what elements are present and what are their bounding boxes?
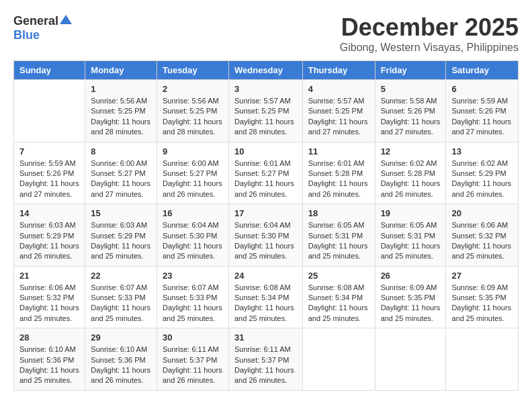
weekday-header-monday: Monday: [85, 61, 157, 80]
title-section: December 2025 Gibong, Western Visayas, P…: [340, 13, 519, 54]
day-number: 25: [308, 271, 369, 281]
day-number: 19: [381, 208, 441, 218]
weekday-header-thursday: Thursday: [302, 61, 375, 80]
calendar-cell: 22Sunrise: 6:07 AM Sunset: 5:33 PM Dayli…: [85, 266, 157, 328]
calendar-cell: [446, 328, 519, 391]
weekday-header-sunday: Sunday: [14, 61, 85, 80]
day-number: 17: [234, 208, 297, 218]
day-info: Sunrise: 5:56 AM Sunset: 5:25 PM Dayligh…: [163, 96, 223, 138]
day-number: 14: [19, 208, 79, 218]
calendar-cell: [375, 328, 446, 391]
calendar-week-row: 1Sunrise: 5:56 AM Sunset: 5:25 PM Daylig…: [14, 80, 519, 142]
calendar-cell: 11Sunrise: 6:01 AM Sunset: 5:28 PM Dayli…: [302, 142, 375, 204]
logo: General Blue: [13, 13, 72, 42]
calendar-table: SundayMondayTuesdayWednesdayThursdayFrid…: [13, 60, 519, 391]
calendar-cell: 25Sunrise: 6:08 AM Sunset: 5:34 PM Dayli…: [302, 266, 375, 328]
day-info: Sunrise: 6:05 AM Sunset: 5:31 PM Dayligh…: [381, 220, 441, 262]
weekday-header-tuesday: Tuesday: [157, 61, 228, 80]
calendar-cell: 6Sunrise: 5:59 AM Sunset: 5:26 PM Daylig…: [446, 80, 519, 142]
calendar-cell: 31Sunrise: 6:11 AM Sunset: 5:37 PM Dayli…: [228, 328, 302, 391]
logo-blue-text: Blue: [13, 28, 40, 42]
calendar-cell: 20Sunrise: 6:06 AM Sunset: 5:32 PM Dayli…: [446, 204, 519, 267]
day-number: 20: [451, 208, 513, 218]
day-info: Sunrise: 6:11 AM Sunset: 5:37 PM Dayligh…: [163, 345, 223, 386]
calendar-week-row: 21Sunrise: 6:06 AM Sunset: 5:32 PM Dayli…: [14, 266, 519, 328]
calendar-cell: 8Sunrise: 6:00 AM Sunset: 5:27 PM Daylig…: [85, 142, 157, 204]
calendar-cell: 18Sunrise: 6:05 AM Sunset: 5:31 PM Dayli…: [302, 204, 375, 267]
month-year-title: December 2025: [340, 13, 519, 42]
day-info: Sunrise: 6:08 AM Sunset: 5:34 PM Dayligh…: [234, 283, 297, 324]
calendar-cell: 10Sunrise: 6:01 AM Sunset: 5:27 PM Dayli…: [228, 142, 302, 204]
day-info: Sunrise: 6:02 AM Sunset: 5:28 PM Dayligh…: [381, 158, 441, 200]
weekday-header-saturday: Saturday: [446, 61, 519, 80]
svg-marker-0: [60, 15, 72, 24]
calendar-cell: 26Sunrise: 6:09 AM Sunset: 5:35 PM Dayli…: [375, 266, 446, 328]
calendar-cell: 14Sunrise: 6:03 AM Sunset: 5:29 PM Dayli…: [14, 204, 85, 267]
weekday-header-friday: Friday: [375, 61, 446, 80]
day-info: Sunrise: 6:03 AM Sunset: 5:29 PM Dayligh…: [19, 220, 79, 262]
day-info: Sunrise: 6:03 AM Sunset: 5:29 PM Dayligh…: [91, 220, 151, 262]
day-number: 6: [451, 84, 513, 94]
day-number: 12: [381, 146, 441, 156]
day-number: 30: [163, 332, 223, 342]
calendar-cell: 19Sunrise: 6:05 AM Sunset: 5:31 PM Dayli…: [375, 204, 446, 267]
calendar-cell: 28Sunrise: 6:10 AM Sunset: 5:36 PM Dayli…: [14, 328, 85, 391]
day-info: Sunrise: 6:06 AM Sunset: 5:32 PM Dayligh…: [19, 283, 79, 324]
calendar-cell: 15Sunrise: 6:03 AM Sunset: 5:29 PM Dayli…: [85, 204, 157, 267]
calendar-cell: 23Sunrise: 6:07 AM Sunset: 5:33 PM Dayli…: [157, 266, 228, 328]
day-info: Sunrise: 6:04 AM Sunset: 5:30 PM Dayligh…: [234, 220, 297, 262]
day-number: 1: [91, 84, 151, 94]
day-number: 3: [234, 84, 297, 94]
day-number: 18: [308, 208, 369, 218]
day-info: Sunrise: 5:57 AM Sunset: 5:25 PM Dayligh…: [234, 96, 297, 138]
day-number: 29: [91, 332, 151, 342]
day-number: 27: [451, 271, 513, 281]
calendar-cell: [302, 328, 375, 391]
calendar-header-row: SundayMondayTuesdayWednesdayThursdayFrid…: [14, 61, 519, 80]
day-number: 2: [163, 84, 223, 94]
day-info: Sunrise: 6:02 AM Sunset: 5:29 PM Dayligh…: [451, 158, 513, 200]
calendar-cell: 12Sunrise: 6:02 AM Sunset: 5:28 PM Dayli…: [375, 142, 446, 204]
day-info: Sunrise: 6:07 AM Sunset: 5:33 PM Dayligh…: [91, 283, 151, 324]
day-info: Sunrise: 6:09 AM Sunset: 5:35 PM Dayligh…: [451, 283, 513, 324]
calendar-week-row: 28Sunrise: 6:10 AM Sunset: 5:36 PM Dayli…: [14, 328, 519, 391]
location-subtitle: Gibong, Western Visayas, Philippines: [340, 42, 519, 54]
day-info: Sunrise: 6:10 AM Sunset: 5:36 PM Dayligh…: [19, 345, 79, 386]
calendar-cell: 30Sunrise: 6:11 AM Sunset: 5:37 PM Dayli…: [157, 328, 228, 391]
calendar-cell: 9Sunrise: 6:00 AM Sunset: 5:27 PM Daylig…: [157, 142, 228, 204]
day-info: Sunrise: 6:01 AM Sunset: 5:28 PM Dayligh…: [308, 158, 369, 200]
day-number: 28: [19, 332, 79, 342]
day-number: 11: [308, 146, 369, 156]
day-number: 10: [234, 146, 297, 156]
calendar-cell: 1Sunrise: 5:56 AM Sunset: 5:25 PM Daylig…: [85, 80, 157, 142]
day-number: 23: [163, 271, 223, 281]
logo-general-text: General: [13, 14, 58, 28]
logo-icon: [60, 13, 72, 26]
calendar-cell: 17Sunrise: 6:04 AM Sunset: 5:30 PM Dayli…: [228, 204, 302, 267]
day-info: Sunrise: 6:04 AM Sunset: 5:30 PM Dayligh…: [163, 220, 223, 262]
calendar-cell: 7Sunrise: 5:59 AM Sunset: 5:26 PM Daylig…: [14, 142, 85, 204]
day-info: Sunrise: 6:07 AM Sunset: 5:33 PM Dayligh…: [163, 283, 223, 324]
day-info: Sunrise: 6:08 AM Sunset: 5:34 PM Dayligh…: [308, 283, 369, 324]
day-number: 31: [234, 332, 297, 342]
day-number: 21: [19, 271, 79, 281]
calendar-cell: 5Sunrise: 5:58 AM Sunset: 5:26 PM Daylig…: [375, 80, 446, 142]
calendar-week-row: 14Sunrise: 6:03 AM Sunset: 5:29 PM Dayli…: [14, 204, 519, 267]
day-number: 13: [451, 146, 513, 156]
day-number: 26: [381, 271, 441, 281]
day-number: 7: [19, 146, 79, 156]
day-info: Sunrise: 6:09 AM Sunset: 5:35 PM Dayligh…: [381, 283, 441, 324]
calendar-cell: 24Sunrise: 6:08 AM Sunset: 5:34 PM Dayli…: [228, 266, 302, 328]
day-number: 5: [381, 84, 441, 94]
day-number: 15: [91, 208, 151, 218]
day-info: Sunrise: 6:00 AM Sunset: 5:27 PM Dayligh…: [91, 158, 151, 200]
day-info: Sunrise: 6:11 AM Sunset: 5:37 PM Dayligh…: [234, 345, 297, 386]
calendar-cell: 2Sunrise: 5:56 AM Sunset: 5:25 PM Daylig…: [157, 80, 228, 142]
header: General Blue December 2025 Gibong, Weste…: [13, 13, 519, 54]
calendar-cell: 21Sunrise: 6:06 AM Sunset: 5:32 PM Dayli…: [14, 266, 85, 328]
weekday-header-wednesday: Wednesday: [228, 61, 302, 80]
day-info: Sunrise: 6:10 AM Sunset: 5:36 PM Dayligh…: [91, 345, 151, 386]
day-number: 9: [163, 146, 223, 156]
day-info: Sunrise: 5:57 AM Sunset: 5:25 PM Dayligh…: [308, 96, 369, 138]
calendar-cell: [14, 80, 85, 142]
